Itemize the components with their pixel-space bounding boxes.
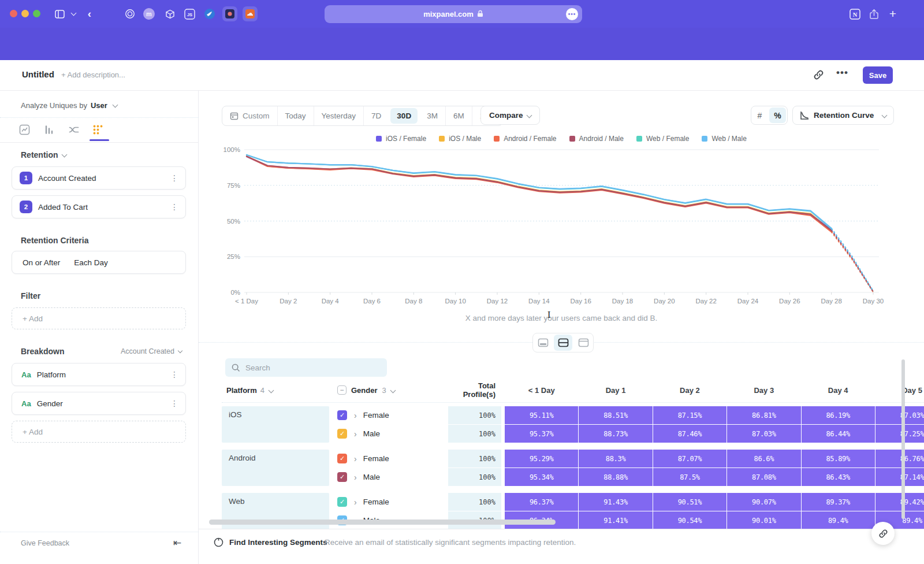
series-checkbox[interactable]: ✓ xyxy=(337,472,347,482)
range-6m[interactable]: 6M xyxy=(445,106,472,125)
view-mode-chart-icon[interactable] xyxy=(533,333,553,352)
ext-icon-js[interactable]: JS xyxy=(183,7,196,21)
breakdown-item-platform[interactable]: Aa Platform ⋮ xyxy=(12,363,186,386)
total-column-header[interactable]: Total Profile(s) xyxy=(448,381,501,399)
table-search-input[interactable]: Search xyxy=(225,358,387,377)
unit-percent[interactable]: % xyxy=(769,107,786,123)
range-30d[interactable]: 30D xyxy=(390,108,418,124)
legend-ios-female[interactable]: iOS / Female xyxy=(376,135,426,143)
notion-extension-icon[interactable]: N xyxy=(848,7,861,21)
retention-step-1[interactable]: 1 Account Created ⋮ xyxy=(12,166,186,190)
report-description-placeholder[interactable]: + Add description... xyxy=(61,70,125,79)
expand-row-icon[interactable]: › xyxy=(354,429,357,439)
unit-absolute[interactable]: # xyxy=(751,106,768,124)
tab-flows-icon[interactable] xyxy=(68,124,81,137)
sidebar-footer: Give Feedback ⇤ xyxy=(0,532,199,564)
tab-retention-icon[interactable] xyxy=(92,124,105,137)
legend-android-female[interactable]: Android / Female xyxy=(494,135,556,143)
report-title[interactable]: Untitled xyxy=(22,69,54,79)
compare-button[interactable]: Compare xyxy=(480,106,540,125)
kebab-menu-icon[interactable]: ⋮ xyxy=(170,399,178,408)
save-button[interactable]: Save xyxy=(863,66,893,84)
ext-icon-avatar-m[interactable]: m xyxy=(143,8,155,20)
day-column-header[interactable]: Day 5 xyxy=(875,386,924,395)
tab-insights-icon[interactable] xyxy=(19,124,32,137)
filter-add-button[interactable]: + Add xyxy=(12,307,186,329)
ext-icon-soundcloud[interactable] xyxy=(243,6,258,21)
share-icon[interactable] xyxy=(867,7,880,21)
range-yesterday[interactable]: Yesterday xyxy=(314,106,364,125)
x-tick-label: Day 14 xyxy=(520,298,558,305)
day-column-header[interactable]: Day 3 xyxy=(727,386,800,395)
legend-ios-male[interactable]: iOS / Male xyxy=(439,135,481,143)
range-3m[interactable]: 3M xyxy=(419,106,445,125)
gender-label: Male xyxy=(363,429,380,438)
breakdown-event-dropdown[interactable]: Account Created xyxy=(121,347,182,355)
range-custom[interactable]: Custom xyxy=(222,106,277,125)
breakdown-add-button[interactable]: + Add xyxy=(12,421,186,443)
range-7d[interactable]: 7D xyxy=(363,106,389,125)
expand-row-icon[interactable]: › xyxy=(354,454,357,463)
ext-icon-bird[interactable] xyxy=(203,7,216,21)
collapse-sidebar-icon[interactable]: ⇤ xyxy=(173,537,181,549)
criteria-mode[interactable]: On or After xyxy=(23,258,60,267)
retention-section-header[interactable]: Retention xyxy=(21,150,66,159)
series-checkbox[interactable]: ✓ xyxy=(337,429,347,439)
ext-icon-box[interactable] xyxy=(163,7,176,21)
more-options-icon[interactable]: ••• xyxy=(836,67,848,79)
retention-criteria-card[interactable]: On or After Each Day xyxy=(12,251,186,274)
retention-step-2[interactable]: 2 Added To Cart ⋮ xyxy=(12,195,186,218)
legend-android-male[interactable]: Android / Male xyxy=(569,135,624,143)
retention-value-cell: 90.54% xyxy=(653,511,726,529)
new-tab-icon[interactable]: + xyxy=(886,7,899,21)
address-bar[interactable]: mixpanel.com ••• xyxy=(325,5,582,23)
kebab-menu-icon[interactable]: ⋮ xyxy=(170,370,178,379)
window-minimize-button[interactable] xyxy=(21,10,29,17)
window-zoom-button[interactable] xyxy=(33,10,40,17)
analyze-entity-dropdown[interactable]: User xyxy=(91,101,107,110)
breakdown-item-gender[interactable]: Aa Gender ⋮ xyxy=(12,392,186,415)
legend-web-female[interactable]: Web / Female xyxy=(636,135,689,143)
gender-column-header[interactable]: − Gender 3 xyxy=(337,385,445,395)
select-all-checkbox[interactable]: − xyxy=(337,385,346,395)
series-checkbox[interactable]: ✓ xyxy=(337,410,347,420)
give-feedback-link[interactable]: Give Feedback xyxy=(21,539,69,547)
kebab-menu-icon[interactable]: ⋮ xyxy=(170,173,178,183)
segments-title[interactable]: Find Interesting Segments xyxy=(229,538,327,547)
horizontal-scrollbar[interactable] xyxy=(209,520,556,525)
series-checkbox[interactable]: ✓ xyxy=(337,497,347,507)
browser-back-icon[interactable]: ‹ xyxy=(85,7,94,21)
copy-link-icon[interactable] xyxy=(813,69,824,80)
x-tick-label: Day 10 xyxy=(437,298,475,305)
kebab-menu-icon[interactable]: ⋮ xyxy=(170,202,178,212)
platform-column-header[interactable]: Platform 4 xyxy=(222,386,329,395)
ext-icon-widget[interactable] xyxy=(222,6,237,21)
window-close-button[interactable] xyxy=(10,10,17,17)
site-options-icon[interactable]: ••• xyxy=(566,8,578,20)
day-column-header[interactable]: Day 4 xyxy=(802,386,875,395)
range-today[interactable]: Today xyxy=(277,106,314,125)
legend-web-male[interactable]: Web / Male xyxy=(702,135,746,143)
day-column-header[interactable]: Day 1 xyxy=(579,386,652,395)
ext-icon-rings[interactable] xyxy=(124,7,136,21)
view-mode-split-icon[interactable] xyxy=(554,335,572,351)
share-report-floating-button[interactable] xyxy=(871,522,895,545)
total-profiles-cell: 100% xyxy=(448,425,501,443)
tab-funnels-icon[interactable] xyxy=(43,124,56,137)
expand-row-icon[interactable]: › xyxy=(354,411,357,420)
day-column-header[interactable]: Day 2 xyxy=(653,386,726,395)
view-mode-table-icon[interactable] xyxy=(573,333,593,352)
retention-chart[interactable] xyxy=(199,144,924,300)
chart-caption[interactable]: X and more days later your users came ba… xyxy=(199,314,924,322)
browser-sidebar-icon[interactable] xyxy=(53,7,66,21)
chart-type-selector[interactable]: Retention Curve xyxy=(792,106,894,125)
expand-row-icon[interactable]: › xyxy=(354,498,357,507)
query-builder-sidebar: Analyze Uniques byUser Retention 1 Accou… xyxy=(0,91,199,564)
expand-row-icon[interactable]: › xyxy=(354,473,357,482)
criteria-interval[interactable]: Each Day xyxy=(74,258,108,267)
x-tick-label: Day 22 xyxy=(687,298,725,305)
vertical-scrollbar[interactable] xyxy=(901,359,905,519)
day-column-header[interactable]: < 1 Day xyxy=(505,386,578,395)
browser-dropdown-chevron-icon[interactable] xyxy=(69,7,77,21)
series-checkbox[interactable]: ✓ xyxy=(337,454,347,463)
